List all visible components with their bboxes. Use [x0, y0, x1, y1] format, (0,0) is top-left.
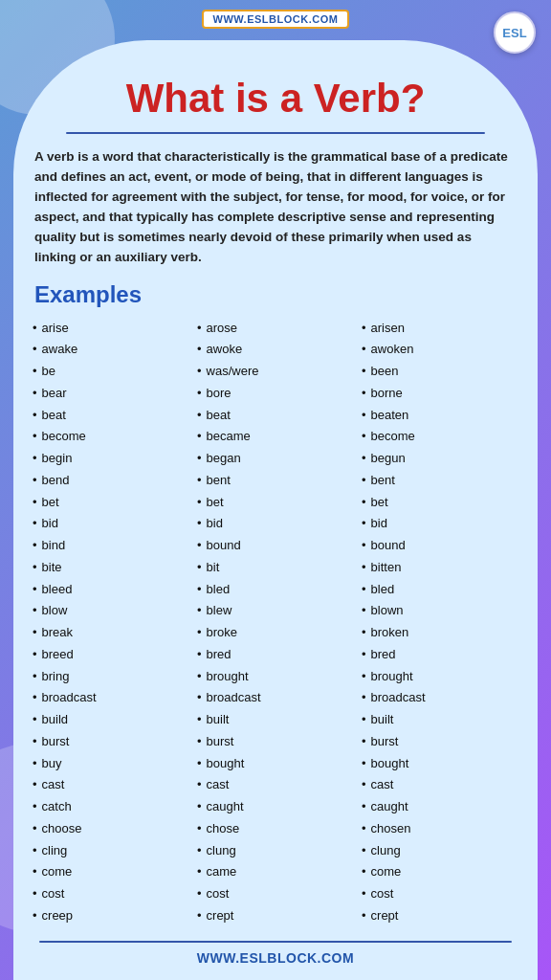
list-item: arisen	[362, 318, 518, 340]
title-divider	[66, 132, 485, 134]
list-item: bitten	[362, 557, 518, 579]
list-item: be	[33, 361, 189, 383]
list-item: arose	[197, 318, 354, 340]
examples-heading: Examples	[34, 281, 517, 308]
page-title: What is a Verb?	[33, 77, 518, 121]
list-item: bend	[33, 470, 189, 492]
list-item: bought	[197, 753, 354, 775]
list-item: was/were	[197, 361, 354, 383]
list-item: bent	[362, 470, 518, 492]
definition-text: A verb is a word that characteristically…	[34, 147, 517, 268]
list-item: bled	[362, 579, 518, 601]
list-item: borne	[362, 383, 518, 405]
list-item: bought	[362, 753, 518, 775]
list-item: cost	[362, 883, 518, 905]
list-item: cast	[197, 774, 354, 796]
list-item: clung	[197, 840, 354, 862]
list-item: caught	[197, 796, 354, 818]
word-table: ariseawakebebearbeatbecomebeginbendbetbi…	[29, 318, 522, 927]
list-item: awoken	[362, 339, 518, 361]
list-item: beaten	[362, 405, 518, 427]
list-item: bound	[197, 535, 354, 557]
list-item: breed	[33, 644, 189, 666]
list-item: brought	[362, 666, 518, 688]
list-item: bit	[197, 557, 354, 579]
list-item: bore	[197, 383, 354, 405]
list-item: broadcast	[197, 687, 354, 709]
list-item: bent	[197, 470, 354, 492]
list-item: broke	[197, 622, 354, 644]
top-url-bar: WWW.ESLBLOCK.COM	[0, 0, 551, 33]
list-item: clung	[362, 840, 518, 862]
word-col-1: ariseawakebebearbeatbecomebeginbendbetbi…	[29, 318, 193, 927]
word-col-2: aroseawokewas/wereborebeatbecamebeganben…	[193, 318, 358, 927]
list-item: caught	[362, 796, 518, 818]
list-item: cast	[362, 774, 518, 796]
list-item: beat	[197, 405, 354, 427]
list-item: bleed	[33, 579, 189, 601]
list-item: cast	[33, 774, 189, 796]
list-item: bid	[362, 513, 518, 535]
list-item: began	[197, 448, 354, 470]
list-item: burst	[33, 731, 189, 753]
top-url-badge: WWW.ESLBLOCK.COM	[202, 10, 350, 29]
list-item: awoke	[197, 339, 354, 361]
list-item: bet	[33, 492, 189, 514]
list-item: blew	[197, 600, 354, 622]
list-item: become	[362, 426, 518, 448]
list-item: begun	[362, 448, 518, 470]
list-item: beat	[33, 405, 189, 427]
list-item: become	[33, 426, 189, 448]
list-item: crept	[362, 905, 518, 927]
list-item: built	[197, 709, 354, 731]
list-item: built	[362, 709, 518, 731]
list-item: burst	[197, 731, 354, 753]
list-item: cling	[33, 840, 189, 862]
list-item: bet	[362, 492, 518, 514]
list-item: bred	[197, 644, 354, 666]
list-item: bring	[33, 666, 189, 688]
list-item: buy	[33, 753, 189, 775]
list-item: bite	[33, 557, 189, 579]
list-item: blown	[362, 600, 518, 622]
list-item: bear	[33, 383, 189, 405]
list-item: come	[362, 861, 518, 883]
list-item: bled	[197, 579, 354, 601]
list-item: chose	[197, 818, 354, 840]
list-item: bet	[197, 492, 354, 514]
list-item: became	[197, 426, 354, 448]
list-item: blow	[33, 600, 189, 622]
list-item: bred	[362, 644, 518, 666]
list-item: brought	[197, 666, 354, 688]
list-item: come	[33, 861, 189, 883]
card-title: What is a Verb?	[13, 67, 538, 121]
list-item: catch	[33, 796, 189, 818]
list-item: cost	[197, 883, 354, 905]
esl-badge: ESL	[494, 11, 536, 54]
list-item: choose	[33, 818, 189, 840]
list-item: bind	[33, 535, 189, 557]
bottom-url: WWW.ESLBLOCK.COM	[13, 950, 538, 971]
list-item: creep	[33, 905, 189, 927]
list-item: burst	[362, 731, 518, 753]
list-item: broadcast	[362, 687, 518, 709]
list-item: been	[362, 361, 518, 383]
list-item: break	[33, 622, 189, 644]
list-item: awake	[33, 339, 189, 361]
word-col-3: arisenawokenbeenbornebeatenbecomebegunbe…	[358, 318, 522, 927]
list-item: bound	[362, 535, 518, 557]
list-item: crept	[197, 905, 354, 927]
list-item: begin	[33, 448, 189, 470]
list-item: arise	[33, 318, 189, 340]
list-item: broken	[362, 622, 518, 644]
list-item: cost	[33, 883, 189, 905]
list-item: build	[33, 709, 189, 731]
main-card: What is a Verb? A verb is a word that ch…	[13, 40, 538, 980]
list-item: broadcast	[33, 687, 189, 709]
list-item: bid	[197, 513, 354, 535]
bottom-divider	[39, 941, 511, 943]
list-item: chosen	[362, 818, 518, 840]
list-item: bid	[33, 513, 189, 535]
list-item: came	[197, 861, 354, 883]
